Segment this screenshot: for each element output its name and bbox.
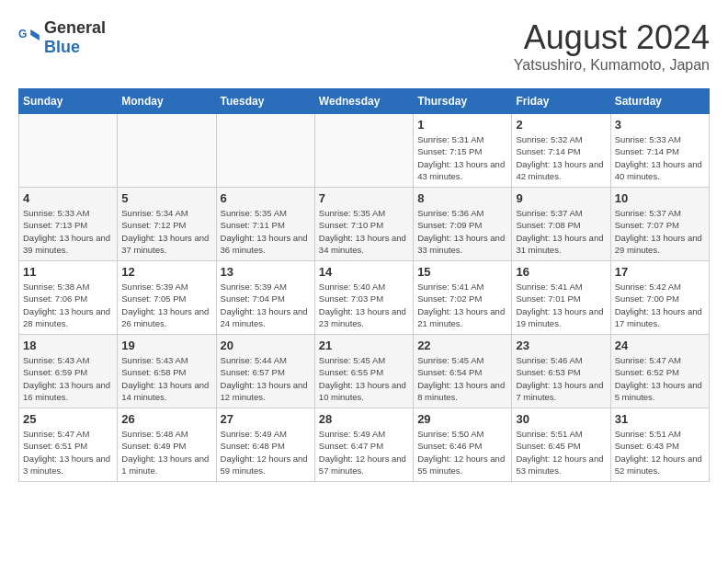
day-number: 27 (221, 412, 311, 426)
day-detail: Sunrise: 5:34 AMSunset: 7:12 PMDaylight:… (121, 207, 211, 256)
day-number: 2 (516, 118, 606, 132)
day-detail: Sunrise: 5:36 AMSunset: 7:09 PMDaylight:… (417, 207, 507, 256)
table-cell: 12Sunrise: 5:39 AMSunset: 7:05 PMDayligh… (118, 261, 216, 335)
day-detail: Sunrise: 5:43 AMSunset: 6:58 PMDaylight:… (121, 354, 211, 403)
week-row-2: 4Sunrise: 5:33 AMSunset: 7:13 PMDaylight… (19, 188, 710, 261)
table-cell: 17Sunrise: 5:42 AMSunset: 7:00 PMDayligh… (610, 261, 709, 335)
weekday-header-row: Sunday Monday Tuesday Wednesday Thursday… (19, 89, 710, 114)
table-cell: 9Sunrise: 5:37 AMSunset: 7:08 PMDaylight… (512, 188, 610, 261)
day-number: 26 (121, 412, 211, 426)
logo-icon: G (18, 27, 40, 49)
day-detail: Sunrise: 5:44 AMSunset: 6:57 PMDaylight:… (221, 354, 311, 403)
day-detail: Sunrise: 5:41 AMSunset: 7:01 PMDaylight:… (516, 281, 606, 329)
day-detail: Sunrise: 5:41 AMSunset: 7:02 PMDaylight:… (417, 281, 507, 329)
header-friday: Friday (512, 89, 610, 114)
table-cell: 18Sunrise: 5:43 AMSunset: 6:59 PMDayligh… (19, 335, 118, 408)
day-number: 9 (516, 191, 606, 205)
header-monday: Monday (118, 89, 216, 114)
day-number: 3 (615, 118, 705, 132)
day-number: 29 (417, 412, 507, 426)
table-cell: 14Sunrise: 5:40 AMSunset: 7:03 PMDayligh… (314, 261, 413, 335)
table-cell: 5Sunrise: 5:34 AMSunset: 7:12 PMDaylight… (118, 188, 216, 261)
day-detail: Sunrise: 5:43 AMSunset: 6:59 PMDaylight:… (23, 354, 113, 403)
table-cell (118, 114, 216, 188)
day-detail: Sunrise: 5:33 AMSunset: 7:14 PMDaylight:… (615, 133, 705, 182)
day-number: 21 (319, 339, 409, 352)
day-number: 8 (417, 191, 507, 205)
table-cell: 26Sunrise: 5:48 AMSunset: 6:49 PMDayligh… (118, 408, 216, 482)
header-saturday: Saturday (610, 89, 709, 114)
week-row-1: 1Sunrise: 5:31 AMSunset: 7:15 PMDaylight… (19, 114, 710, 188)
table-cell (314, 114, 413, 188)
table-cell: 19Sunrise: 5:43 AMSunset: 6:58 PMDayligh… (118, 335, 216, 408)
table-cell: 31Sunrise: 5:51 AMSunset: 6:43 PMDayligh… (610, 408, 709, 482)
logo: G General Blue (18, 18, 106, 57)
table-cell: 25Sunrise: 5:47 AMSunset: 6:51 PMDayligh… (19, 408, 118, 482)
day-number: 19 (121, 339, 211, 352)
page-header: G General Blue August 2024 Yatsushiro, K… (18, 18, 710, 74)
table-cell: 13Sunrise: 5:39 AMSunset: 7:04 PMDayligh… (216, 261, 314, 335)
day-number: 14 (319, 265, 409, 279)
day-number: 30 (516, 412, 606, 426)
table-cell (216, 114, 314, 188)
table-cell: 2Sunrise: 5:32 AMSunset: 7:14 PMDaylight… (512, 114, 610, 188)
table-cell: 29Sunrise: 5:50 AMSunset: 6:46 PMDayligh… (414, 408, 512, 482)
day-detail: Sunrise: 5:51 AMSunset: 6:45 PMDaylight:… (516, 428, 606, 477)
day-number: 4 (23, 191, 113, 205)
day-number: 22 (417, 339, 507, 352)
day-detail: Sunrise: 5:35 AMSunset: 7:10 PMDaylight:… (319, 207, 409, 256)
table-cell: 3Sunrise: 5:33 AMSunset: 7:14 PMDaylight… (610, 114, 709, 188)
table-cell: 4Sunrise: 5:33 AMSunset: 7:13 PMDaylight… (19, 188, 118, 261)
table-cell (19, 114, 118, 188)
day-detail: Sunrise: 5:31 AMSunset: 7:15 PMDaylight:… (417, 133, 507, 182)
day-detail: Sunrise: 5:50 AMSunset: 6:46 PMDaylight:… (417, 428, 507, 477)
day-number: 13 (221, 265, 311, 279)
table-cell: 15Sunrise: 5:41 AMSunset: 7:02 PMDayligh… (414, 261, 512, 335)
day-detail: Sunrise: 5:45 AMSunset: 6:54 PMDaylight:… (417, 354, 507, 403)
table-cell: 23Sunrise: 5:46 AMSunset: 6:53 PMDayligh… (512, 335, 610, 408)
table-cell: 24Sunrise: 5:47 AMSunset: 6:52 PMDayligh… (610, 335, 709, 408)
day-detail: Sunrise: 5:37 AMSunset: 7:07 PMDaylight:… (615, 207, 705, 256)
day-number: 20 (221, 339, 311, 352)
day-detail: Sunrise: 5:40 AMSunset: 7:03 PMDaylight:… (319, 281, 409, 329)
table-cell: 1Sunrise: 5:31 AMSunset: 7:15 PMDaylight… (414, 114, 512, 188)
table-cell: 30Sunrise: 5:51 AMSunset: 6:45 PMDayligh… (512, 408, 610, 482)
month-year-title: August 2024 (514, 18, 710, 57)
table-cell: 7Sunrise: 5:35 AMSunset: 7:10 PMDaylight… (314, 188, 413, 261)
location-subtitle: Yatsushiro, Kumamoto, Japan (514, 57, 710, 74)
table-cell: 11Sunrise: 5:38 AMSunset: 7:06 PMDayligh… (19, 261, 118, 335)
table-cell: 16Sunrise: 5:41 AMSunset: 7:01 PMDayligh… (512, 261, 610, 335)
table-cell: 6Sunrise: 5:35 AMSunset: 7:11 PMDaylight… (216, 188, 314, 261)
day-number: 17 (615, 265, 705, 279)
table-cell: 28Sunrise: 5:49 AMSunset: 6:47 PMDayligh… (314, 408, 413, 482)
day-number: 15 (417, 265, 507, 279)
day-number: 5 (121, 191, 211, 205)
day-detail: Sunrise: 5:35 AMSunset: 7:11 PMDaylight:… (221, 207, 311, 256)
day-number: 16 (516, 265, 606, 279)
calendar-table: Sunday Monday Tuesday Wednesday Thursday… (18, 88, 710, 482)
table-cell: 10Sunrise: 5:37 AMSunset: 7:07 PMDayligh… (610, 188, 709, 261)
day-detail: Sunrise: 5:46 AMSunset: 6:53 PMDaylight:… (516, 354, 606, 403)
header-wednesday: Wednesday (314, 89, 413, 114)
day-detail: Sunrise: 5:39 AMSunset: 7:05 PMDaylight:… (121, 281, 211, 329)
week-row-3: 11Sunrise: 5:38 AMSunset: 7:06 PMDayligh… (19, 261, 710, 335)
day-detail: Sunrise: 5:42 AMSunset: 7:00 PMDaylight:… (615, 281, 705, 329)
day-detail: Sunrise: 5:37 AMSunset: 7:08 PMDaylight:… (516, 207, 606, 256)
svg-text:G: G (18, 28, 27, 40)
day-detail: Sunrise: 5:33 AMSunset: 7:13 PMDaylight:… (23, 207, 113, 256)
header-tuesday: Tuesday (216, 89, 314, 114)
day-detail: Sunrise: 5:51 AMSunset: 6:43 PMDaylight:… (615, 428, 705, 477)
day-number: 25 (23, 412, 113, 426)
week-row-5: 25Sunrise: 5:47 AMSunset: 6:51 PMDayligh… (19, 408, 710, 482)
day-detail: Sunrise: 5:38 AMSunset: 7:06 PMDaylight:… (23, 281, 113, 329)
day-number: 7 (319, 191, 409, 205)
day-number: 10 (615, 191, 705, 205)
day-number: 11 (23, 265, 113, 279)
day-detail: Sunrise: 5:49 AMSunset: 6:47 PMDaylight:… (319, 428, 409, 477)
day-number: 31 (615, 412, 705, 426)
day-number: 6 (221, 191, 311, 205)
title-area: August 2024 Yatsushiro, Kumamoto, Japan (514, 18, 710, 74)
day-number: 1 (417, 118, 507, 132)
table-cell: 22Sunrise: 5:45 AMSunset: 6:54 PMDayligh… (414, 335, 512, 408)
table-cell: 8Sunrise: 5:36 AMSunset: 7:09 PMDaylight… (414, 188, 512, 261)
